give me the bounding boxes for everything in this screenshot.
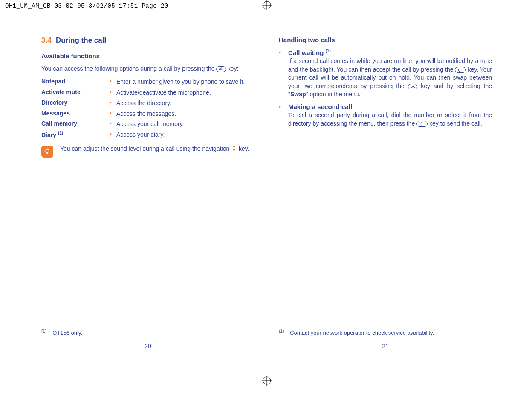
call-key-icon <box>455 67 466 73</box>
section-title: During the call <box>56 36 106 44</box>
function-desc: Access your call memory. <box>116 120 254 128</box>
list-item: • Call waiting (1) If a second call come… <box>279 49 492 99</box>
item-text: If a second call comes in while you are … <box>288 57 492 99</box>
function-list: Notepad • Enter a number given to you by… <box>41 78 254 139</box>
section-heading: 3.4 During the call <box>41 36 254 45</box>
item-heading: Making a second call <box>288 103 492 110</box>
crop-mark-top <box>218 5 282 5</box>
function-label: Notepad <box>41 78 110 85</box>
svg-point-3 <box>46 149 49 153</box>
registration-mark-bottom <box>262 376 272 386</box>
page-left: 3.4 During the call Available functions … <box>41 36 254 351</box>
page-number-left: 20 <box>41 343 254 350</box>
svg-marker-12 <box>232 149 236 151</box>
ok-key-icon: ok <box>408 84 418 89</box>
list-item: Call memory • Access your call memory. <box>41 120 254 128</box>
bullet-icon: • <box>110 110 116 117</box>
list-item: Messages • Access the messages. <box>41 110 254 118</box>
function-desc: Access the directory. <box>116 99 254 107</box>
function-desc: Enter a number given to you by phone to … <box>116 78 254 86</box>
function-label: Activate mute <box>41 89 110 95</box>
page-number-right: 21 <box>279 343 492 350</box>
footnote-left: (1)OT156 only. <box>41 329 82 336</box>
function-label: Diary (1) <box>41 131 110 138</box>
bullet-icon: • <box>110 78 116 85</box>
svg-line-8 <box>49 149 50 149</box>
list-item: Notepad • Enter a number given to you by… <box>41 78 254 86</box>
ok-key-icon: ok <box>216 66 226 72</box>
section-number: 3.4 <box>41 36 52 44</box>
bullet-icon: • <box>279 103 288 112</box>
nav-key-icon <box>232 145 236 153</box>
function-label: Messages <box>41 110 110 117</box>
function-label: Call memory <box>41 120 110 127</box>
lightbulb-icon <box>41 146 53 158</box>
heading-handling-two-calls: Handling two calls <box>279 36 492 43</box>
page-right: Handling two calls • Call waiting (1) If… <box>279 36 492 351</box>
svg-marker-11 <box>232 145 236 147</box>
item-heading: Call waiting (1) <box>288 49 492 56</box>
footnote-right: (1)Contact your network operator to chec… <box>279 329 434 336</box>
function-desc: Access the messages. <box>116 110 254 118</box>
item-text: To call a second party during a call, di… <box>288 111 492 128</box>
list-item: • Making a second call To call a second … <box>279 103 492 128</box>
bullet-icon: • <box>110 131 116 138</box>
tip-text: You can adjust the sound level during a … <box>60 145 249 153</box>
function-desc: Access your diary. <box>116 131 254 139</box>
intro-paragraph: You can access the following options dur… <box>41 65 254 73</box>
bullet-icon: • <box>110 99 116 106</box>
bullet-icon: • <box>110 89 116 95</box>
subheading-available-functions: Available functions <box>41 52 254 60</box>
function-desc: Activate/deactivate the microphone. <box>116 89 254 97</box>
bullet-list: • Call waiting (1) If a second call come… <box>279 49 492 128</box>
list-item: Directory • Access the directory. <box>41 99 254 107</box>
print-slug-line: OH1_UM_AM_GB-03-02-05 3/02/05 17:51 Page… <box>5 3 168 9</box>
registration-mark-top <box>262 0 272 10</box>
svg-line-7 <box>45 149 46 149</box>
call-key-icon <box>416 121 428 127</box>
bullet-icon: • <box>279 49 288 57</box>
tip-callout: You can adjust the sound level during a … <box>41 145 254 158</box>
list-item: Diary (1) • Access your diary. <box>41 131 254 139</box>
list-item: Activate mute • Activate/deactivate the … <box>41 89 254 97</box>
bullet-icon: • <box>110 120 116 127</box>
function-label: Directory <box>41 99 110 106</box>
